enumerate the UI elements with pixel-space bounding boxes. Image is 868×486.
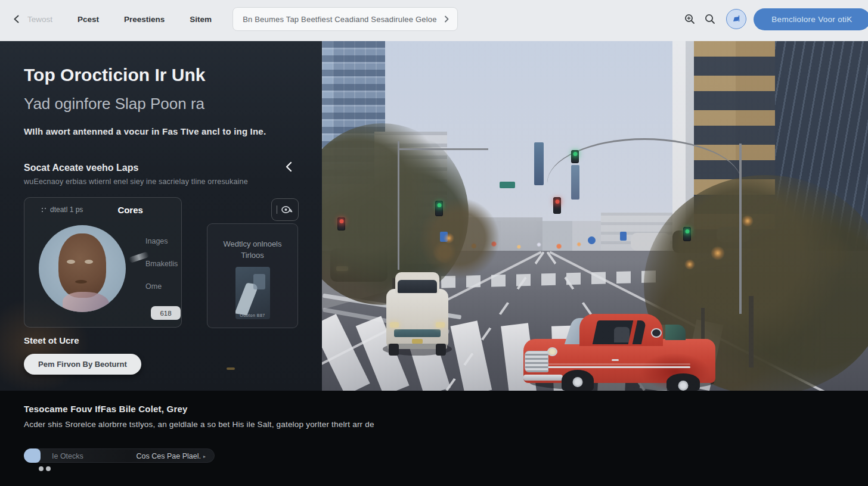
parking-sign	[620, 232, 627, 241]
slider-handle[interactable]	[24, 448, 41, 463]
tab-cores[interactable]: Cores	[117, 205, 143, 215]
car-door-handle	[612, 359, 619, 361]
panel-accent-dash	[227, 367, 235, 370]
top-toolbar: Tewost Pcest Preestiens Sitem Bn Beumes …	[0, 0, 868, 41]
car-rear-window	[665, 325, 686, 340]
divider	[277, 205, 277, 214]
preview-toggle-button[interactable]	[271, 198, 299, 221]
car-grille	[394, 329, 441, 337]
street-banner	[534, 142, 544, 185]
slider-left-label: Ie Otecks	[52, 452, 83, 460]
breadcrumb[interactable]: Bn Beumes Tap Beetfiest Ceadiand Sesadir…	[232, 7, 458, 31]
pagination-dot-1[interactable]	[39, 466, 44, 471]
eye-refresh-icon	[280, 205, 293, 214]
car-interior-seat	[614, 327, 630, 342]
panel-footer-button[interactable]: Pem Firvon By Beoturnt	[24, 354, 141, 375]
primary-cta-button[interactable]: Bemcliolore Voor otiK	[754, 8, 868, 30]
lead-text: WIlh awort antenned a vocur in Fas TIve …	[24, 126, 266, 136]
thumbnail-shape	[253, 274, 265, 289]
panel-footer-heading: Steet ot Ucre	[24, 335, 79, 345]
sculpture-avatar[interactable]	[39, 225, 126, 312]
car-wheel	[666, 373, 700, 391]
car-grille	[525, 351, 548, 372]
car-headlight	[547, 347, 557, 356]
section-heading: Socat Aceate veeho Laps	[24, 163, 138, 173]
red-classic-car	[523, 314, 715, 391]
car-plate	[412, 339, 423, 344]
filter-slider[interactable]: Ie Otecks Cos Ces Pae Plael. ▸	[24, 448, 215, 463]
menu-item-inages[interactable]: Inages	[145, 237, 168, 245]
side-card-line1: Wedtlcy onlnoels	[207, 239, 297, 248]
tab-detail[interactable]: dteatl 1 ps	[41, 205, 83, 214]
thumbnail-caption: Odbton B87	[235, 313, 270, 317]
street-lamp-glow	[444, 233, 454, 244]
side-card-line2: Tirloos	[207, 251, 297, 260]
chevron-right-icon	[443, 15, 450, 23]
caret-icon: ▸	[203, 454, 206, 459]
app-root: Tewost Pcest Preestiens Sitem Bn Beumes …	[0, 0, 868, 486]
side-card-thumbnail: Odbton B87	[235, 267, 270, 319]
traffic-light-red	[553, 197, 561, 214]
sculpture-eye	[67, 260, 75, 264]
page-title: Top Orocticion Ir Unk	[24, 65, 205, 85]
menu-item-bmaketlis[interactable]: Bmaketlis	[145, 260, 178, 268]
street-lamp-glow	[684, 259, 695, 270]
car-headlight	[390, 322, 399, 328]
tab-detail-label: dteatl 1 ps	[50, 205, 83, 214]
car-headlight	[436, 322, 445, 328]
menu-item-ome[interactable]: Ome	[145, 282, 162, 291]
traffic-light-red	[337, 217, 345, 230]
bottom-section: Tesocame Fouv IfFas Bile Colet, Grey Acd…	[0, 391, 868, 486]
bottom-heading: Tesocame Fouv IfFas Bile Colet, Grey	[24, 404, 188, 414]
pagination-dot-2[interactable]	[46, 466, 51, 471]
signal-pole	[398, 141, 399, 270]
tree-left-small	[411, 194, 507, 283]
car-wheel	[389, 344, 399, 356]
sculpture-head	[58, 233, 106, 298]
nav-item-preestiens[interactable]: Preestiens	[111, 15, 177, 24]
car-wheel	[436, 344, 446, 356]
zoom-in-icon	[684, 13, 696, 25]
car-wheel	[562, 370, 594, 391]
toolbar-left: Tewost Pcest Preestiens Sitem Bn Beumes …	[0, 7, 458, 31]
left-info-panel: Top Orocticion Ir Unk Yad oginfore Slap …	[0, 41, 322, 391]
street-name-sign	[500, 182, 515, 188]
traffic-light-green	[571, 150, 579, 163]
street-lamp-glow	[711, 246, 725, 260]
slider-right-label-text: Cos Ces Pae Plael.	[137, 452, 201, 460]
flag-badge-icon	[731, 14, 741, 24]
traffic-light-green	[435, 201, 443, 216]
section-subtext: wuEecnaoy erbias wtiernl enel siey ine s…	[24, 177, 248, 186]
sculpture-mouth	[75, 280, 87, 284]
sculpture-scarf	[63, 292, 109, 312]
car-windshield	[398, 280, 437, 293]
side-thumbnail-card[interactable]: Wedtlcy onlnoels Tirloos Odbton B87	[207, 223, 298, 328]
grid-dots-icon	[41, 207, 46, 213]
signal-mast-arm	[398, 148, 488, 150]
bottom-body-text: Acder shis Srorelce alorbrre tstlyos, an…	[24, 420, 374, 429]
car-bumper	[523, 375, 563, 381]
traffic-light-green	[683, 227, 691, 241]
nav-item-pcest[interactable]: Pcest	[65, 15, 111, 24]
page-subtitle: Yad oginfore Slap Poon ra	[24, 95, 204, 113]
round-sign	[588, 236, 596, 244]
search-button[interactable]	[700, 9, 720, 29]
sculpture-eye	[85, 260, 93, 264]
signal-pole	[739, 144, 742, 314]
search-icon	[704, 13, 716, 25]
breadcrumb-label: Bn Beumes Tap Beetfiest Ceadiand Sesadir…	[243, 15, 437, 24]
section-prev-button[interactable]	[281, 159, 297, 175]
count-button[interactable]: 618	[151, 306, 181, 320]
media-card: dteatl 1 ps Cores Inages Bmaketlis Ome 6…	[24, 197, 182, 328]
nav-item-tewost[interactable]: Tewost	[24, 15, 65, 24]
account-badge[interactable]	[726, 9, 746, 29]
street-lamp-glow	[742, 215, 754, 227]
car-porthole-window	[651, 328, 662, 338]
tree-trunk	[749, 296, 754, 367]
slider-right-label[interactable]: Cos Ces Pae Plael. ▸	[137, 452, 206, 460]
zoom-in-button[interactable]	[680, 9, 700, 29]
car-chrome-trim	[546, 366, 690, 368]
nav-item-sitem[interactable]: Sitem	[177, 15, 224, 24]
back-button[interactable]	[10, 12, 24, 26]
toolbar-right: Bemcliolore Voor otiK	[680, 8, 868, 30]
